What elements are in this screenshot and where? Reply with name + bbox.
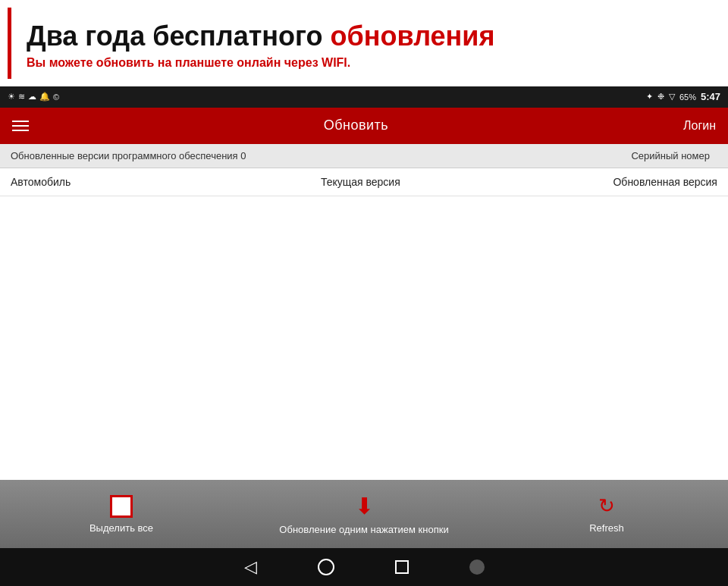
banner-title-black: Два года бесплатного <box>27 20 323 52</box>
software-update-table: Обновленные версии программного обеспече… <box>0 144 728 196</box>
select-all-icon <box>110 495 133 518</box>
wifi-icon: ≋ <box>18 92 25 102</box>
cloud-icon: ☁ <box>28 92 36 102</box>
recents-button[interactable] <box>395 560 409 574</box>
banner-title: Два года бесплатного обновления <box>27 21 705 52</box>
brightness-icon: ☀ <box>8 92 15 102</box>
table-header-right-text: Серийный номер <box>631 150 717 161</box>
sync-icon: © <box>53 92 59 102</box>
banner-title-red: обновления <box>331 20 495 52</box>
column-updated-version: Обновленная версия <box>477 176 717 188</box>
toolbar-title: Обновить <box>324 118 389 133</box>
recent-apps-button[interactable] <box>469 559 485 575</box>
android-nav-bar: ◁ <box>0 548 728 586</box>
banner-subtitle: Вы можете обновить на планшете онлайн че… <box>27 56 705 70</box>
app-toolbar: Обновить Логин <box>0 108 728 144</box>
column-current-version: Текущая версия <box>244 176 478 188</box>
signal-strength-icon: ▽ <box>669 92 675 102</box>
download-icon: ⬇ <box>355 493 374 519</box>
update-button[interactable]: ⬇ Обновление одним нажатием кнопки <box>243 493 485 535</box>
content-area <box>0 196 728 500</box>
table-header-row: Обновленные версии программного обеспече… <box>0 144 728 168</box>
refresh-button[interactable]: ↻ Refresh <box>485 494 728 534</box>
battery-icon: 65% <box>679 92 696 102</box>
status-time: 5:47 <box>701 91 720 102</box>
select-all-button[interactable]: Выделить все <box>0 495 243 534</box>
banner: Два года бесплатного обновления Вы может… <box>8 8 720 79</box>
select-all-label: Выделить все <box>89 522 153 534</box>
menu-line-3 <box>12 130 29 131</box>
bluetooth-icon: ✦ <box>646 92 653 102</box>
status-right-icons: ✦ ❉ ▽ 65% 5:47 <box>646 91 720 102</box>
notification-icon: 🔔 <box>39 92 50 102</box>
refresh-label: Refresh <box>589 522 624 534</box>
refresh-icon: ↻ <box>598 494 615 518</box>
status-left-icons: ☀ ≋ ☁ 🔔 © <box>8 92 59 102</box>
signal-icon: ❉ <box>657 92 664 102</box>
bottom-action-bar: Выделить все ⬇ Обновление одним нажатием… <box>0 480 728 548</box>
status-bar: ☀ ≋ ☁ 🔔 © ✦ ❉ ▽ 65% 5:47 <box>0 86 728 108</box>
back-button[interactable]: ◁ <box>244 557 257 577</box>
home-button[interactable] <box>318 559 334 575</box>
update-label: Обновление одним нажатием кнопки <box>279 524 448 535</box>
hamburger-menu-button[interactable] <box>12 121 29 131</box>
login-button[interactable]: Логин <box>683 119 716 133</box>
table-header-left-text: Обновленные версии программного обеспече… <box>11 150 246 161</box>
menu-line-1 <box>12 121 29 122</box>
table-columns-row: Автомобиль Текущая версия Обновленная ве… <box>0 168 728 196</box>
menu-line-2 <box>12 125 29 127</box>
column-car: Автомобиль <box>11 176 244 188</box>
